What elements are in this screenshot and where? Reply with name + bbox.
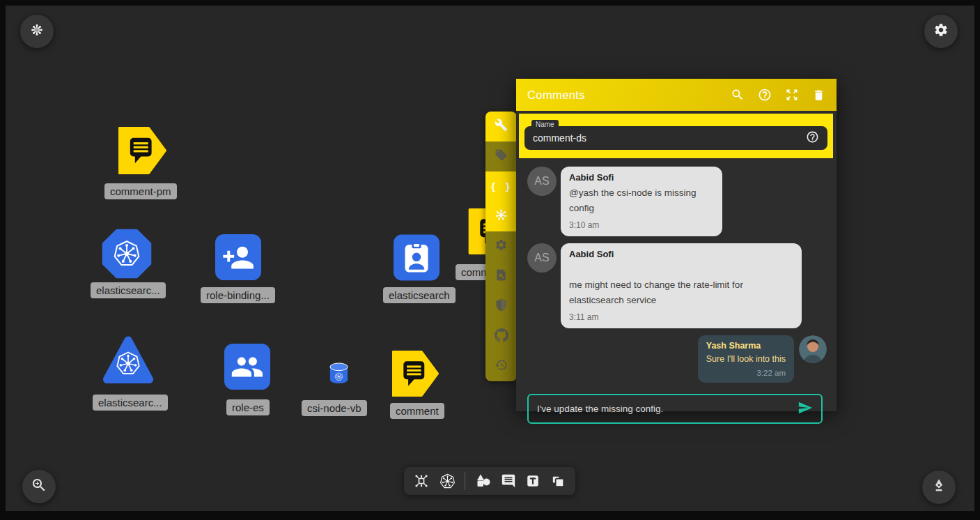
comments-panel: Comments Name AS Aabid Sofi @yash the cs… — [516, 79, 837, 411]
toolbar-item-security[interactable] — [485, 291, 517, 321]
toolbar-item-github[interactable] — [485, 321, 517, 351]
chat-input[interactable] — [527, 394, 823, 424]
comments-panel-header[interactable]: Comments — [516, 79, 837, 111]
message-list: AS Aabid Sofi @yash the csi-node is miss… — [516, 158, 837, 383]
node-elasticsearch-badge[interactable] — [394, 234, 440, 284]
node-label: elasticsearch — [383, 287, 456, 303]
name-field[interactable]: Name — [524, 126, 827, 150]
node-label: csi-node-vb — [302, 400, 367, 416]
settings-button[interactable] — [924, 15, 958, 48]
name-input[interactable] — [533, 132, 806, 144]
name-field-section: Name — [519, 114, 833, 158]
app-logo-icon — [29, 22, 45, 40]
pen-nib-icon — [931, 477, 947, 497]
zoom-button[interactable] — [22, 470, 56, 503]
message-author: Yash Sharma — [706, 341, 786, 351]
node-csi-node[interactable] — [328, 362, 350, 388]
document-search-icon — [495, 268, 508, 284]
node-role-es[interactable] — [224, 344, 270, 392]
message-text: me might need to change the rate-limit f… — [569, 277, 793, 307]
node-label: elasticsearc... — [93, 395, 168, 411]
node-elasticsearch-octagon[interactable] — [102, 229, 152, 282]
node-role-binding[interactable] — [215, 234, 261, 283]
message-author: Aabid Sofi — [569, 249, 793, 259]
node-label: comment — [390, 403, 444, 419]
message-text: Sure I'll look into this — [706, 352, 786, 366]
hub-icon — [494, 208, 508, 225]
component-graph-icon[interactable] — [413, 473, 430, 489]
avatar-photo — [799, 335, 827, 363]
node-label: role-binding... — [201, 287, 275, 303]
zoom-in-icon — [31, 477, 47, 496]
app-window: comment-pm elasticsearc... role-binding.… — [0, 0, 980, 520]
history-icon — [495, 358, 508, 374]
message-text: @yash the csi-node is missing config — [569, 185, 714, 215]
braces-icon: { } — [490, 181, 512, 192]
search-icon[interactable] — [731, 88, 745, 102]
shapes-icon[interactable] — [475, 473, 492, 489]
avatar: AS — [527, 167, 557, 196]
kubernetes-icon[interactable] — [440, 473, 456, 489]
message: AS Aabid Sofi @yash the csi-node is miss… — [527, 167, 827, 236]
message: Yash Sharma Sure I'll look into this 3:2… — [527, 335, 827, 383]
message-time: 3:10 am — [569, 220, 714, 230]
shield-icon — [495, 298, 508, 314]
toolbar-divider — [465, 472, 465, 490]
pen-tool-button[interactable] — [922, 471, 956, 504]
name-field-label: Name — [531, 120, 559, 129]
node-label: role-es — [226, 399, 270, 415]
node-comment[interactable] — [392, 349, 440, 401]
toolbar-item-settings[interactable] — [485, 231, 517, 261]
message-author: Aabid Sofi — [569, 172, 714, 183]
chat-message-input[interactable] — [537, 404, 798, 414]
message-time: 3:22 am — [706, 369, 786, 377]
gear-icon — [495, 238, 508, 254]
note-tool-icon[interactable] — [550, 473, 566, 489]
comment-tool-icon[interactable] — [501, 473, 516, 489]
text-tool-icon[interactable] — [525, 473, 540, 489]
node-comment-pm[interactable] — [118, 125, 167, 178]
avatar: AS — [527, 243, 557, 273]
toolbar-item-tags[interactable] — [485, 142, 517, 171]
panel-title: Comments — [527, 89, 585, 102]
toolbar-item-relationships[interactable] — [485, 201, 517, 231]
toolbar-item-history[interactable] — [485, 351, 517, 381]
message: AS Aabid Sofi me might need to change th… — [527, 243, 827, 328]
delete-icon[interactable] — [812, 89, 825, 102]
toolbar-item-tools[interactable] — [485, 112, 517, 142]
gear-icon — [933, 22, 949, 40]
toolbar-item-config[interactable]: { } — [485, 171, 517, 201]
help-icon[interactable] — [806, 130, 819, 146]
help-icon[interactable] — [758, 88, 772, 102]
shape-tools-toolbar — [404, 467, 575, 495]
message-time: 3:11 am — [569, 312, 793, 322]
node-action-toolbar: { } — [485, 112, 517, 381]
send-icon[interactable] — [798, 400, 813, 418]
node-label: comment-pm — [104, 183, 177, 199]
toolbar-item-inspect[interactable] — [485, 261, 517, 291]
wrench-icon — [495, 118, 508, 135]
node-label: elasticsearc... — [91, 282, 166, 298]
node-elasticsearch-triangle[interactable] — [102, 332, 155, 391]
app-logo-button[interactable] — [20, 15, 54, 48]
expand-icon[interactable] — [785, 88, 799, 102]
tag-icon — [495, 148, 508, 165]
github-icon — [495, 328, 508, 345]
